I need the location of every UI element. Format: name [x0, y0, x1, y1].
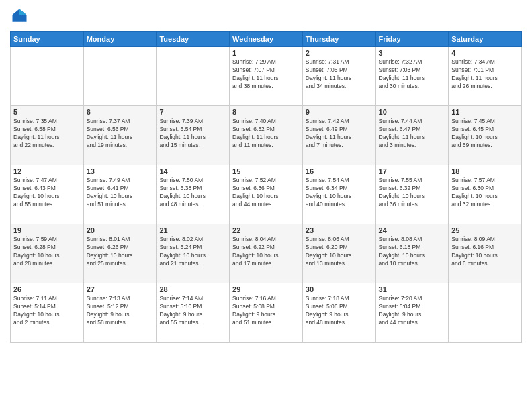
day-number: 12 — [13, 167, 81, 175]
calendar-cell: 29Sunrise: 7:16 AM Sunset: 5:08 PM Dayli… — [230, 283, 303, 342]
calendar-cell — [157, 47, 230, 106]
day-info: Sunrise: 7:45 AM Sunset: 6:45 PM Dayligh… — [451, 118, 519, 150]
day-info: Sunrise: 7:34 AM Sunset: 7:01 PM Dayligh… — [451, 58, 519, 91]
day-info: Sunrise: 7:11 AM Sunset: 5:14 PM Dayligh… — [13, 295, 81, 327]
calendar-week-4: 19Sunrise: 7:59 AM Sunset: 6:28 PM Dayli… — [11, 224, 522, 283]
day-number: 1 — [232, 49, 300, 57]
day-info: Sunrise: 8:06 AM Sunset: 6:20 PM Dayligh… — [306, 236, 373, 268]
day-info: Sunrise: 7:52 AM Sunset: 6:36 PM Dayligh… — [232, 177, 300, 209]
day-info: Sunrise: 8:08 AM Sunset: 6:18 PM Dayligh… — [379, 236, 446, 268]
day-number: 7 — [159, 108, 226, 116]
calendar-cell: 24Sunrise: 8:08 AM Sunset: 6:18 PM Dayli… — [375, 224, 449, 283]
day-info: Sunrise: 7:29 AM Sunset: 7:07 PM Dayligh… — [232, 58, 300, 91]
day-number: 21 — [159, 226, 226, 234]
day-info: Sunrise: 7:16 AM Sunset: 5:08 PM Dayligh… — [232, 295, 300, 327]
day-info: Sunrise: 7:18 AM Sunset: 5:06 PM Dayligh… — [306, 295, 373, 327]
day-info: Sunrise: 7:50 AM Sunset: 6:38 PM Dayligh… — [159, 177, 226, 209]
calendar-cell: 21Sunrise: 8:02 AM Sunset: 6:24 PM Dayli… — [157, 224, 230, 283]
day-info: Sunrise: 7:13 AM Sunset: 5:12 PM Dayligh… — [87, 295, 154, 327]
day-number: 9 — [306, 108, 373, 116]
day-info: Sunrise: 7:55 AM Sunset: 6:32 PM Dayligh… — [379, 177, 446, 209]
calendar-cell: 23Sunrise: 8:06 AM Sunset: 6:20 PM Dayli… — [302, 224, 375, 283]
day-number: 17 — [379, 167, 446, 175]
day-number: 2 — [306, 49, 373, 57]
day-info: Sunrise: 7:57 AM Sunset: 6:30 PM Dayligh… — [451, 177, 519, 209]
day-number: 22 — [232, 226, 300, 234]
calendar-cell: 6Sunrise: 7:37 AM Sunset: 6:56 PM Daylig… — [83, 106, 157, 165]
calendar-cell: 31Sunrise: 7:20 AM Sunset: 5:04 PM Dayli… — [375, 283, 449, 342]
calendar-header-monday: Monday — [83, 32, 157, 47]
calendar-cell: 22Sunrise: 8:04 AM Sunset: 6:22 PM Dayli… — [230, 224, 303, 283]
day-number: 29 — [232, 285, 300, 293]
calendar-cell — [83, 47, 157, 106]
day-info: Sunrise: 7:54 AM Sunset: 6:34 PM Dayligh… — [306, 177, 373, 209]
calendar-header-wednesday: Wednesday — [230, 32, 303, 47]
day-info: Sunrise: 8:01 AM Sunset: 6:26 PM Dayligh… — [87, 236, 154, 268]
day-number: 31 — [379, 285, 446, 293]
calendar-header-thursday: Thursday — [302, 32, 375, 47]
calendar-week-3: 12Sunrise: 7:47 AM Sunset: 6:43 PM Dayli… — [11, 165, 522, 224]
day-info: Sunrise: 7:42 AM Sunset: 6:49 PM Dayligh… — [306, 118, 373, 150]
day-number: 11 — [451, 108, 519, 116]
logo — [10, 7, 32, 26]
calendar-cell: 13Sunrise: 7:49 AM Sunset: 6:41 PM Dayli… — [83, 165, 157, 224]
calendar-header-saturday: Saturday — [449, 32, 522, 47]
calendar-cell: 12Sunrise: 7:47 AM Sunset: 6:43 PM Dayli… — [11, 165, 84, 224]
header — [10, 7, 522, 26]
day-number: 8 — [232, 108, 300, 116]
calendar-cell: 7Sunrise: 7:39 AM Sunset: 6:54 PM Daylig… — [157, 106, 230, 165]
calendar-cell: 2Sunrise: 7:31 AM Sunset: 7:05 PM Daylig… — [302, 47, 375, 106]
day-number: 23 — [306, 226, 373, 234]
day-number: 15 — [232, 167, 300, 175]
day-number: 6 — [87, 108, 154, 116]
day-info: Sunrise: 7:40 AM Sunset: 6:52 PM Dayligh… — [232, 118, 300, 150]
day-number: 5 — [13, 108, 81, 116]
calendar-header-row: SundayMondayTuesdayWednesdayThursdayFrid… — [11, 32, 522, 47]
svg-marker-2 — [13, 9, 20, 15]
day-number: 14 — [159, 167, 226, 175]
day-info: Sunrise: 7:39 AM Sunset: 6:54 PM Dayligh… — [159, 118, 226, 150]
calendar: SundayMondayTuesdayWednesdayThursdayFrid… — [10, 31, 522, 342]
day-number: 27 — [87, 285, 154, 293]
day-info: Sunrise: 7:35 AM Sunset: 6:58 PM Dayligh… — [13, 118, 81, 150]
calendar-header-tuesday: Tuesday — [157, 32, 230, 47]
svg-marker-1 — [19, 9, 27, 15]
calendar-cell: 20Sunrise: 8:01 AM Sunset: 6:26 PM Dayli… — [83, 224, 157, 283]
calendar-header-sunday: Sunday — [11, 32, 84, 47]
day-number: 24 — [379, 226, 446, 234]
calendar-cell: 25Sunrise: 8:09 AM Sunset: 6:16 PM Dayli… — [449, 224, 522, 283]
calendar-week-1: 1Sunrise: 7:29 AM Sunset: 7:07 PM Daylig… — [11, 47, 522, 106]
calendar-cell: 26Sunrise: 7:11 AM Sunset: 5:14 PM Dayli… — [11, 283, 84, 342]
calendar-cell: 30Sunrise: 7:18 AM Sunset: 5:06 PM Dayli… — [302, 283, 375, 342]
day-number: 28 — [159, 285, 226, 293]
calendar-cell: 28Sunrise: 7:14 AM Sunset: 5:10 PM Dayli… — [157, 283, 230, 342]
calendar-week-2: 5Sunrise: 7:35 AM Sunset: 6:58 PM Daylig… — [11, 106, 522, 165]
day-info: Sunrise: 7:31 AM Sunset: 7:05 PM Dayligh… — [306, 58, 373, 91]
calendar-cell: 1Sunrise: 7:29 AM Sunset: 7:07 PM Daylig… — [230, 47, 303, 106]
calendar-cell: 16Sunrise: 7:54 AM Sunset: 6:34 PM Dayli… — [302, 165, 375, 224]
day-info: Sunrise: 8:04 AM Sunset: 6:22 PM Dayligh… — [232, 236, 300, 268]
calendar-cell — [449, 283, 522, 342]
day-info: Sunrise: 7:44 AM Sunset: 6:47 PM Dayligh… — [379, 118, 446, 150]
day-info: Sunrise: 7:37 AM Sunset: 6:56 PM Dayligh… — [87, 118, 154, 150]
day-info: Sunrise: 7:47 AM Sunset: 6:43 PM Dayligh… — [13, 177, 81, 209]
day-info: Sunrise: 8:09 AM Sunset: 6:16 PM Dayligh… — [451, 236, 519, 268]
calendar-cell — [11, 47, 84, 106]
page: SundayMondayTuesdayWednesdayThursdayFrid… — [0, 0, 532, 411]
day-info: Sunrise: 7:14 AM Sunset: 5:10 PM Dayligh… — [159, 295, 226, 327]
day-info: Sunrise: 7:49 AM Sunset: 6:41 PM Dayligh… — [87, 177, 154, 209]
day-number: 13 — [87, 167, 154, 175]
day-number: 18 — [451, 167, 519, 175]
calendar-cell: 14Sunrise: 7:50 AM Sunset: 6:38 PM Dayli… — [157, 165, 230, 224]
calendar-cell: 10Sunrise: 7:44 AM Sunset: 6:47 PM Dayli… — [375, 106, 449, 165]
calendar-cell: 15Sunrise: 7:52 AM Sunset: 6:36 PM Dayli… — [230, 165, 303, 224]
calendar-cell: 17Sunrise: 7:55 AM Sunset: 6:32 PM Dayli… — [375, 165, 449, 224]
day-info: Sunrise: 7:32 AM Sunset: 7:03 PM Dayligh… — [379, 58, 446, 91]
calendar-cell: 9Sunrise: 7:42 AM Sunset: 6:49 PM Daylig… — [302, 106, 375, 165]
calendar-week-5: 26Sunrise: 7:11 AM Sunset: 5:14 PM Dayli… — [11, 283, 522, 342]
calendar-cell: 3Sunrise: 7:32 AM Sunset: 7:03 PM Daylig… — [375, 47, 449, 106]
day-number: 20 — [87, 226, 154, 234]
day-number: 26 — [13, 285, 81, 293]
day-info: Sunrise: 7:59 AM Sunset: 6:28 PM Dayligh… — [13, 236, 81, 268]
calendar-cell: 5Sunrise: 7:35 AM Sunset: 6:58 PM Daylig… — [11, 106, 84, 165]
